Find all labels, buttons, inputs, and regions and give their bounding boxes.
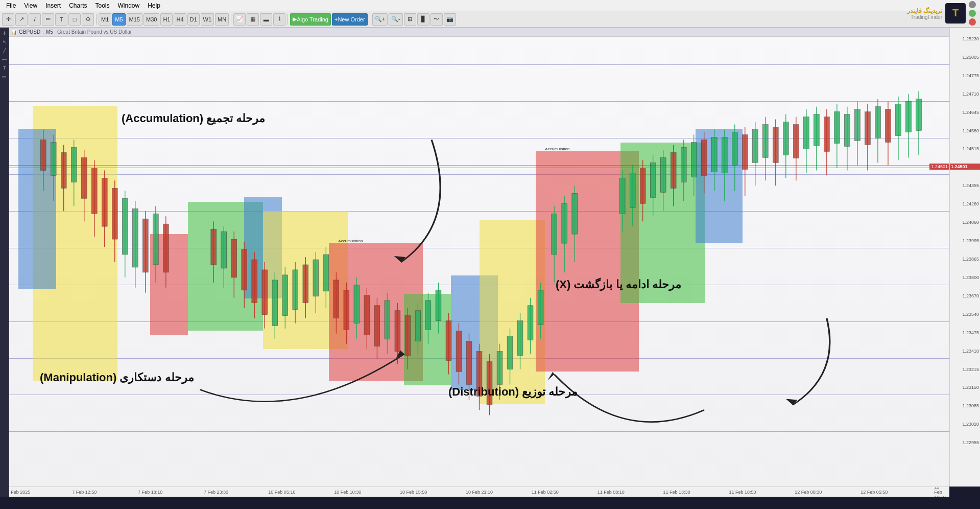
menu-help[interactable]: Help	[144, 1, 164, 10]
chart-type-candle[interactable]: ▦	[247, 13, 259, 26]
arrow-tool-btn[interactable]: ↗	[15, 13, 28, 26]
hline-1	[9, 64, 949, 65]
left-toolbar: ✛ ↖ ╱ — T ▭	[0, 28, 9, 497]
price-23: 1.22955	[962, 441, 979, 445]
price-14: 1.23800	[962, 275, 979, 280]
lt-text[interactable]: T	[1, 64, 8, 72]
menu-window[interactable]: Window	[114, 1, 144, 10]
hline-5	[9, 211, 949, 212]
price-10: 1.24260	[962, 202, 979, 206]
sep4	[370, 14, 370, 25]
price-scale: 1.25230 1.25005 1.24775 1.24710 1.24645 …	[949, 28, 980, 487]
sep2	[231, 14, 231, 25]
shapes-btn[interactable]: □	[68, 13, 81, 26]
tf-m15[interactable]: M15	[127, 13, 142, 26]
rect-blue-4	[696, 129, 743, 244]
algo-trading-label: Algo Trading	[297, 16, 328, 22]
lt-crosshair[interactable]: ✛	[1, 30, 8, 37]
price-7: 1.24515	[962, 147, 979, 151]
sep1	[96, 14, 97, 25]
new-order-label: New Order	[338, 16, 365, 22]
pencil-btn[interactable]: ✏	[42, 13, 54, 26]
logo-text-fa: تریدینگ فایندر TradingFinder	[907, 7, 942, 20]
lt-pointer[interactable]: ↖	[1, 38, 8, 45]
price-1: 1.25230	[962, 37, 979, 41]
algo-trading-btn[interactable]: ▶ Algo Trading	[290, 13, 331, 26]
menu-tools[interactable]: Tools	[91, 1, 114, 10]
zoom-in-btn[interactable]: 🔍+	[372, 13, 388, 26]
price-21: 1.23085	[962, 404, 979, 408]
menu-insert[interactable]: Insert	[41, 1, 65, 10]
lt-rect[interactable]: ▭	[1, 73, 8, 80]
chart-label-accum-2: Accumulation	[545, 147, 569, 151]
price-line-1	[9, 165, 949, 166]
tf-m30[interactable]: M30	[144, 13, 159, 26]
tf-d1[interactable]: D1	[187, 13, 200, 26]
zoom-out-btn[interactable]: 🔍-	[389, 13, 403, 26]
tf-m1[interactable]: M1	[99, 13, 111, 26]
menu-charts[interactable]: Charts	[65, 1, 91, 10]
tf-m5[interactable]: M5	[112, 13, 125, 26]
logo-icon: T	[945, 3, 966, 24]
rect-red-1	[150, 234, 188, 335]
price-6: 1.24580	[962, 129, 979, 133]
price-22: 1.23020	[962, 422, 979, 427]
price-9: 1.24355	[962, 183, 979, 188]
tf-w1[interactable]: W1	[201, 13, 214, 26]
tf-h1[interactable]: H1	[160, 13, 173, 26]
crosshair-btn[interactable]: ✛	[2, 13, 14, 26]
time-12: 11 Feb 18:50	[729, 490, 756, 495]
lt-horizontal[interactable]: —	[1, 56, 8, 63]
time-7: 10 Feb 15:50	[400, 490, 427, 495]
tf-h4[interactable]: H4	[174, 13, 186, 26]
magnet-btn[interactable]: ⊙	[82, 13, 94, 26]
line-tool-btn[interactable]: /	[29, 13, 41, 26]
lt-line[interactable]: ╱	[1, 47, 8, 54]
logo-area: تریدینگ فایندر TradingFinder T	[907, 1, 976, 26]
time-3: 7 Feb 18:10	[138, 490, 162, 495]
hline-11	[9, 431, 949, 432]
price-12: 1.23995	[962, 239, 979, 243]
status-dots	[969, 1, 976, 26]
time-5: 10 Feb 05:10	[268, 490, 295, 495]
chart-type-bar[interactable]: ▬	[260, 13, 272, 26]
chart-header: 📊 GBPUSD , M5 Great Britain Pound vs US …	[9, 28, 949, 37]
grid-btn[interactable]: ⊞	[404, 13, 416, 26]
hline-2	[9, 101, 949, 102]
rect-green-2	[404, 294, 451, 386]
price-11: 1.24060	[962, 220, 979, 225]
price-5: 1.24645	[962, 110, 979, 115]
chart-type-line[interactable]: 📈	[233, 13, 246, 26]
toolbar: ✛ ↗ / ✏ T □ ⊙ M1 M5 M15 M30 H1 H4 D1 W1 …	[0, 11, 980, 28]
logo-name-fa: تریدینگ فایندر	[907, 7, 942, 14]
logo-name-en: TradingFinder	[907, 14, 942, 20]
price-scale-current: 1.24501	[950, 164, 980, 170]
text-btn[interactable]: T	[55, 13, 67, 26]
chart-container: ✛ ↖ ╱ — T ▭ 📊 GBPUSD , M5 Great Britain …	[0, 28, 980, 497]
volume-btn[interactable]: ▊	[417, 13, 429, 26]
price-15: 1.23670	[962, 294, 979, 298]
oscillator-btn[interactable]: 〜	[431, 13, 443, 26]
menu-bar: File View Insert Charts Tools Window Hel…	[0, 0, 980, 11]
time-9: 11 Feb 02:50	[532, 490, 559, 495]
price-19: 1.23215	[962, 367, 979, 372]
time-8: 10 Feb 21:10	[466, 490, 493, 495]
time-6: 10 Feb 10:30	[334, 490, 361, 495]
indicator-btn[interactable]: ⌇	[273, 13, 285, 26]
chart-main[interactable]: 📊 GBPUSD , M5 Great Britain Pound vs US …	[9, 28, 949, 487]
time-10: 11 Feb 08:10	[597, 490, 625, 495]
price-20: 1.23150	[962, 385, 979, 390]
time-1: 7 Feb 2025	[9, 490, 30, 495]
tf-mn[interactable]: MN	[215, 13, 229, 26]
price-16: 1.23540	[962, 312, 979, 317]
price-4: 1.24710	[962, 92, 979, 97]
price-2: 1.25005	[962, 55, 979, 60]
screenshot-btn[interactable]: 📷	[444, 13, 456, 26]
time-4: 7 Feb 23:30	[204, 490, 228, 495]
new-order-btn[interactable]: + New Order	[332, 13, 368, 26]
sep3	[288, 14, 288, 25]
price-18: 1.23410	[962, 349, 979, 354]
menu-view[interactable]: View	[20, 1, 41, 10]
menu-file[interactable]: File	[2, 1, 20, 10]
hline-4	[9, 174, 949, 175]
